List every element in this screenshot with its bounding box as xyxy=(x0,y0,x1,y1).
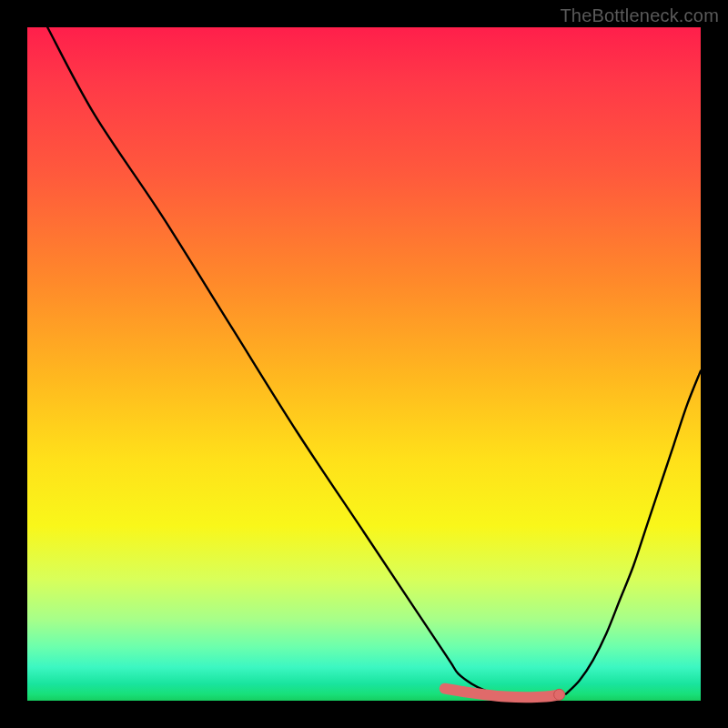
optimal-end-dot xyxy=(554,689,565,700)
chart-stage: TheBottleneck.com xyxy=(0,0,728,728)
right-ascending-curve xyxy=(566,370,701,693)
plot-area xyxy=(27,27,701,701)
watermark-text: TheBottleneck.com xyxy=(560,5,719,26)
optimal-segment-marker xyxy=(445,689,560,698)
left-descending-curve xyxy=(47,27,546,700)
curve-layer xyxy=(27,27,701,701)
